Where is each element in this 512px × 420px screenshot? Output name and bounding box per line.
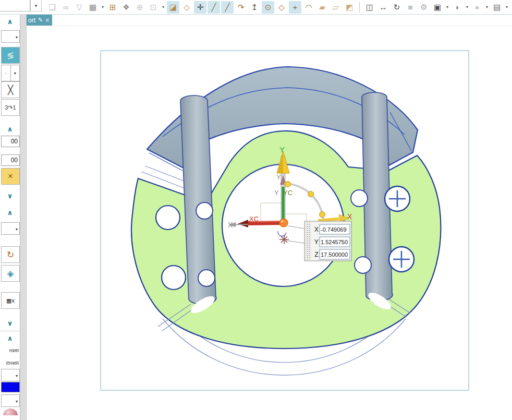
param-input-1[interactable]: 00 bbox=[1, 136, 20, 147]
arc-icon[interactable]: ◠ bbox=[302, 1, 315, 14]
group-collapse-chevron[interactable]: ∧ bbox=[0, 209, 20, 217]
x-arrow-handle[interactable] bbox=[318, 219, 339, 221]
ellipse-icon[interactable]: ◇ bbox=[275, 1, 288, 14]
dropdown-caret[interactable]: ▾ bbox=[484, 1, 490, 14]
shaded-cube-icon[interactable]: ■ bbox=[404, 1, 417, 14]
dropdown-caret[interactable]: ▾ bbox=[100, 1, 105, 14]
tool-sidebar: ∧▾≶·▾╳3↷1∧0000×∨∧▾↻◈▦x∨∧нияения▾▾ bbox=[0, 15, 20, 420]
combo-caret[interactable]: ▾ bbox=[16, 399, 18, 404]
cube-gear-icon[interactable]: ⚙ bbox=[418, 1, 430, 14]
color-swatch[interactable] bbox=[1, 382, 20, 392]
edit-document-icon[interactable]: ✎ bbox=[38, 17, 43, 23]
coord-label-x: X bbox=[314, 226, 319, 233]
view-style-combo[interactable]: ▾ bbox=[1, 222, 20, 235]
selection-filter-dropdown[interactable]: ▾ bbox=[30, 0, 42, 11]
sphere-icon[interactable]: ● bbox=[471, 1, 483, 14]
xc-axis[interactable] bbox=[247, 223, 282, 223]
filter-undo-icon[interactable]: ▽ bbox=[73, 1, 86, 14]
label-y-low: Y bbox=[274, 189, 279, 197]
paste-icon[interactable]: ❏ bbox=[46, 1, 58, 14]
fillet-curve-icon[interactable]: ↷ bbox=[235, 1, 247, 14]
coordinate-input-box[interactable]: X -0.749069 Y 1.5245750 Z 17.500000 bbox=[304, 221, 351, 261]
close-tab-icon[interactable]: × bbox=[45, 17, 49, 24]
point-icon[interactable]: + bbox=[289, 1, 301, 14]
truncated-label-2: ения bbox=[0, 359, 20, 367]
fit-selection-icon[interactable]: ⊞ bbox=[106, 1, 119, 14]
dropdown-caret[interactable]: ▾ bbox=[445, 1, 450, 14]
combo-caret[interactable]: ▾ bbox=[11, 65, 20, 81]
window-zoom-icon[interactable]: ◫ bbox=[363, 1, 376, 14]
dropdown-caret[interactable]: ▾ bbox=[161, 1, 166, 14]
rotate-handle-2[interactable] bbox=[308, 191, 314, 197]
corner-field[interactable] bbox=[0, 0, 30, 11]
origin-handle[interactable] bbox=[279, 219, 288, 227]
datum-axis-icon[interactable]: ↥ bbox=[248, 1, 261, 14]
filter-menu-icon[interactable]: ▦ bbox=[87, 1, 99, 14]
box-drag-handle[interactable] bbox=[306, 222, 311, 260]
rotate-handle-3[interactable] bbox=[320, 212, 325, 218]
csys-axes-icon[interactable]: × bbox=[1, 168, 20, 185]
block-icon[interactable]: ◈ bbox=[1, 265, 20, 282]
orbit-icon[interactable]: ↻ bbox=[1, 246, 20, 263]
label-xc: XC bbox=[249, 215, 259, 223]
dropdown-caret[interactable]: ▾ bbox=[465, 1, 470, 14]
coord-value-z: 17.500000 bbox=[321, 251, 348, 258]
circle-icon[interactable]: ⊙ bbox=[262, 1, 274, 14]
label-yc: YC bbox=[283, 189, 292, 197]
line-midpoint-icon[interactable]: ╱ bbox=[221, 1, 234, 14]
point-dialog-icon[interactable]: ✛ bbox=[194, 1, 206, 14]
label-x-right: X bbox=[347, 212, 352, 221]
combo-caret[interactable]: ▾ bbox=[16, 374, 18, 378]
profile-tool-icon[interactable]: ≶ bbox=[1, 47, 20, 64]
sidebar-divider bbox=[0, 331, 20, 331]
display-mode-combo[interactable]: ▾ bbox=[1, 369, 20, 381]
origin-highlight bbox=[281, 220, 284, 223]
coord-label-y: Y bbox=[314, 238, 319, 246]
assembly-constraints-icon[interactable]: ∞ bbox=[59, 1, 72, 14]
group-collapse-chevron[interactable]: ∧ bbox=[0, 18, 20, 26]
fit-window-icon[interactable]: ▣ bbox=[431, 1, 444, 14]
label-x-left: X bbox=[228, 221, 233, 229]
face-blend-icon[interactable]: ▰ bbox=[316, 1, 328, 14]
coord-value-y: 1.5245750 bbox=[321, 239, 348, 245]
drawing-canvas[interactable]: Y Y Y YC XC X X X -0.749069 Y 1.5245750 … bbox=[0, 0, 512, 420]
window-pan-icon[interactable]: ↔ bbox=[377, 1, 389, 14]
add-plane-icon[interactable]: ⊡ bbox=[147, 1, 160, 14]
cross-tool-icon[interactable]: ╳ bbox=[1, 81, 20, 98]
half-sphere-icon[interactable]: ◗ bbox=[451, 1, 464, 14]
group-expand-chevron[interactable]: ∨ bbox=[0, 192, 20, 200]
x-axis-gray bbox=[234, 224, 248, 225]
combo-value-cell[interactable]: · bbox=[2, 65, 11, 81]
linetype-combo[interactable]: ▾ bbox=[1, 394, 20, 407]
solid-cube-icon[interactable]: ◪ bbox=[167, 1, 179, 14]
sequence-321-icon[interactable]: 3↷1 bbox=[1, 99, 20, 116]
material-sphere-icon[interactable] bbox=[2, 407, 20, 415]
selection-scope-combo[interactable]: ▾ bbox=[1, 30, 20, 43]
face-section-icon[interactable]: ◩ bbox=[343, 1, 356, 14]
wireframe-cube-icon[interactable]: ◇ bbox=[180, 1, 193, 14]
group-expand-chevron[interactable]: ∨ bbox=[0, 319, 20, 328]
label-y-mid: Y bbox=[276, 173, 281, 181]
coord-label-z: Z bbox=[314, 251, 319, 258]
combo-caret[interactable]: ▾ bbox=[16, 35, 18, 40]
label-y-top: Y bbox=[279, 145, 285, 154]
section-lens-icon[interactable]: ❖ bbox=[120, 1, 132, 14]
dropdown-caret[interactable]: ▾ bbox=[504, 1, 509, 14]
grid-icon[interactable]: ▦x bbox=[1, 292, 20, 309]
curve-type-combo[interactable]: ·▾ bbox=[1, 65, 20, 81]
group-collapse-chevron[interactable]: ∧ bbox=[0, 334, 20, 343]
param-input-2[interactable]: 00 bbox=[1, 154, 20, 166]
face-offset-icon[interactable]: ▱ bbox=[330, 1, 342, 14]
group-collapse-chevron[interactable]: ∧ bbox=[0, 125, 20, 134]
rotate-handle-1[interactable] bbox=[285, 182, 291, 187]
document-tab[interactable]: ort ✎ × bbox=[26, 15, 52, 26]
coord-value-x: -0.749069 bbox=[321, 226, 347, 233]
window-refresh-icon[interactable]: ↻ bbox=[391, 1, 403, 14]
toolbar-separator bbox=[359, 2, 360, 13]
line-icon[interactable]: ╱ bbox=[208, 1, 220, 14]
notebook-icon[interactable]: ▤ bbox=[491, 1, 503, 14]
add-body-icon[interactable]: ⊕ bbox=[133, 1, 146, 14]
combo-caret[interactable]: ▾ bbox=[16, 227, 18, 232]
tab-title: ort bbox=[28, 17, 35, 24]
panel-divider[interactable] bbox=[20, 15, 27, 420]
